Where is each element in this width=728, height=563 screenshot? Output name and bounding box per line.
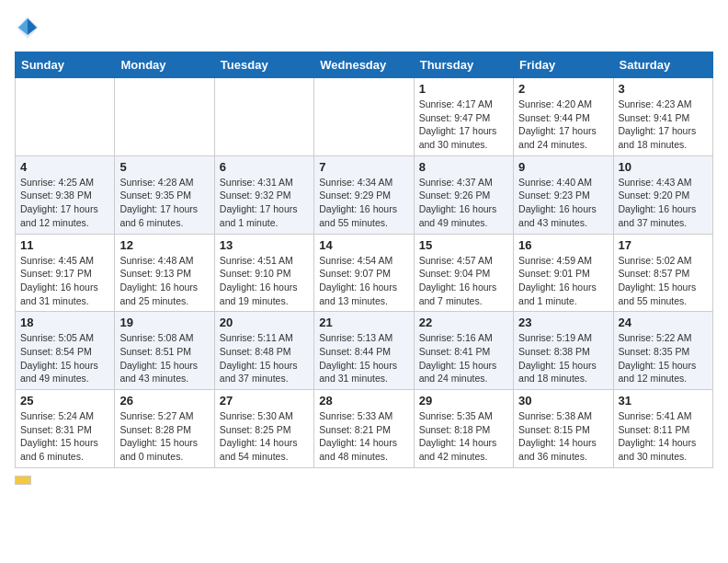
calendar-cell <box>115 78 214 156</box>
day-info: Sunrise: 5:22 AM Sunset: 8:35 PM Dayligh… <box>619 331 708 385</box>
day-info: Sunrise: 4:17 AM Sunset: 9:47 PM Dayligh… <box>419 98 508 152</box>
day-number: 4 <box>20 160 109 174</box>
day-number: 21 <box>319 316 408 329</box>
day-number: 6 <box>220 160 309 174</box>
day-number: 31 <box>619 394 708 408</box>
calendar-header-thursday: Thursday <box>414 52 513 78</box>
calendar-week-4: 18Sunrise: 5:05 AM Sunset: 8:54 PM Dayli… <box>16 312 713 390</box>
footer <box>15 476 713 485</box>
calendar-cell <box>16 78 115 156</box>
day-number: 18 <box>20 316 109 329</box>
day-info: Sunrise: 5:19 AM Sunset: 8:38 PM Dayligh… <box>518 331 608 385</box>
day-number: 8 <box>419 160 508 174</box>
calendar-cell: 28Sunrise: 5:33 AM Sunset: 8:21 PM Dayli… <box>314 390 414 468</box>
day-info: Sunrise: 4:40 AM Sunset: 9:23 PM Dayligh… <box>518 176 608 230</box>
calendar-cell: 4Sunrise: 4:25 AM Sunset: 9:38 PM Daylig… <box>16 155 115 234</box>
day-info: Sunrise: 4:59 AM Sunset: 9:01 PM Dayligh… <box>518 254 608 308</box>
day-info: Sunrise: 5:13 AM Sunset: 8:44 PM Dayligh… <box>319 331 408 385</box>
calendar: SundayMondayTuesdayWednesdayThursdayFrid… <box>15 52 713 468</box>
day-number: 27 <box>220 394 309 408</box>
calendar-cell <box>214 78 313 156</box>
day-number: 2 <box>518 82 608 96</box>
day-number: 19 <box>119 316 209 329</box>
day-number: 13 <box>220 238 309 252</box>
day-number: 24 <box>619 316 708 329</box>
calendar-cell: 6Sunrise: 4:31 AM Sunset: 9:32 PM Daylig… <box>214 155 313 234</box>
calendar-header-monday: Monday <box>115 52 214 78</box>
calendar-week-5: 25Sunrise: 5:24 AM Sunset: 8:31 PM Dayli… <box>16 390 713 468</box>
calendar-cell: 1Sunrise: 4:17 AM Sunset: 9:47 PM Daylig… <box>414 78 513 156</box>
calendar-cell: 9Sunrise: 4:40 AM Sunset: 9:23 PM Daylig… <box>514 155 613 234</box>
calendar-week-1: 1Sunrise: 4:17 AM Sunset: 9:47 PM Daylig… <box>16 78 713 156</box>
day-number: 10 <box>619 160 708 174</box>
calendar-cell: 5Sunrise: 4:28 AM Sunset: 9:35 PM Daylig… <box>115 155 214 234</box>
day-number: 1 <box>419 82 508 96</box>
calendar-cell: 8Sunrise: 4:37 AM Sunset: 9:26 PM Daylig… <box>414 155 513 234</box>
day-number: 14 <box>319 238 408 252</box>
day-number: 25 <box>20 394 109 408</box>
day-info: Sunrise: 5:16 AM Sunset: 8:41 PM Dayligh… <box>419 331 508 385</box>
day-number: 29 <box>419 394 508 408</box>
day-info: Sunrise: 4:23 AM Sunset: 9:41 PM Dayligh… <box>619 98 708 152</box>
day-info: Sunrise: 5:27 AM Sunset: 8:28 PM Dayligh… <box>119 409 209 464</box>
day-info: Sunrise: 5:33 AM Sunset: 8:21 PM Dayligh… <box>319 409 408 464</box>
calendar-cell: 12Sunrise: 4:48 AM Sunset: 9:13 PM Dayli… <box>115 234 214 312</box>
day-number: 22 <box>419 316 508 329</box>
logo-icon <box>15 15 40 40</box>
calendar-cell: 7Sunrise: 4:34 AM Sunset: 9:29 PM Daylig… <box>314 155 414 234</box>
day-number: 20 <box>220 316 309 329</box>
day-number: 7 <box>319 160 408 174</box>
calendar-cell: 29Sunrise: 5:35 AM Sunset: 8:18 PM Dayli… <box>414 390 513 468</box>
calendar-header-tuesday: Tuesday <box>214 52 313 78</box>
calendar-cell: 22Sunrise: 5:16 AM Sunset: 8:41 PM Dayli… <box>414 312 513 390</box>
calendar-header-saturday: Saturday <box>613 52 712 78</box>
day-info: Sunrise: 5:35 AM Sunset: 8:18 PM Dayligh… <box>419 409 508 464</box>
calendar-cell: 2Sunrise: 4:20 AM Sunset: 9:44 PM Daylig… <box>514 78 613 156</box>
day-info: Sunrise: 4:34 AM Sunset: 9:29 PM Dayligh… <box>319 176 408 230</box>
calendar-cell: 19Sunrise: 5:08 AM Sunset: 8:51 PM Dayli… <box>115 312 214 390</box>
logo <box>15 15 44 40</box>
day-number: 3 <box>619 82 708 96</box>
calendar-cell: 17Sunrise: 5:02 AM Sunset: 8:57 PM Dayli… <box>613 234 712 312</box>
calendar-week-3: 11Sunrise: 4:45 AM Sunset: 9:17 PM Dayli… <box>16 234 713 312</box>
calendar-cell: 13Sunrise: 4:51 AM Sunset: 9:10 PM Dayli… <box>214 234 313 312</box>
day-info: Sunrise: 5:30 AM Sunset: 8:25 PM Dayligh… <box>220 409 309 464</box>
day-info: Sunrise: 4:54 AM Sunset: 9:07 PM Dayligh… <box>319 254 408 308</box>
day-number: 5 <box>119 160 209 174</box>
day-info: Sunrise: 5:24 AM Sunset: 8:31 PM Dayligh… <box>20 409 109 464</box>
day-number: 9 <box>518 160 608 174</box>
daylight-bar-icon <box>15 476 31 485</box>
calendar-header-friday: Friday <box>514 52 613 78</box>
calendar-header-sunday: Sunday <box>16 52 115 78</box>
day-number: 17 <box>619 238 708 252</box>
day-info: Sunrise: 4:48 AM Sunset: 9:13 PM Dayligh… <box>119 254 209 308</box>
day-info: Sunrise: 5:05 AM Sunset: 8:54 PM Dayligh… <box>20 331 109 385</box>
calendar-cell: 10Sunrise: 4:43 AM Sunset: 9:20 PM Dayli… <box>613 155 712 234</box>
day-info: Sunrise: 4:31 AM Sunset: 9:32 PM Dayligh… <box>220 176 309 230</box>
day-info: Sunrise: 5:38 AM Sunset: 8:15 PM Dayligh… <box>518 409 608 464</box>
calendar-cell: 26Sunrise: 5:27 AM Sunset: 8:28 PM Dayli… <box>115 390 214 468</box>
day-number: 23 <box>518 316 608 329</box>
day-number: 30 <box>518 394 608 408</box>
calendar-cell: 25Sunrise: 5:24 AM Sunset: 8:31 PM Dayli… <box>16 390 115 468</box>
day-info: Sunrise: 5:41 AM Sunset: 8:11 PM Dayligh… <box>619 409 708 464</box>
calendar-cell: 20Sunrise: 5:11 AM Sunset: 8:48 PM Dayli… <box>214 312 313 390</box>
day-info: Sunrise: 5:02 AM Sunset: 8:57 PM Dayligh… <box>619 254 708 308</box>
calendar-header-row: SundayMondayTuesdayWednesdayThursdayFrid… <box>16 52 713 78</box>
calendar-cell: 31Sunrise: 5:41 AM Sunset: 8:11 PM Dayli… <box>613 390 712 468</box>
calendar-header-wednesday: Wednesday <box>314 52 414 78</box>
calendar-cell <box>314 78 414 156</box>
day-info: Sunrise: 4:57 AM Sunset: 9:04 PM Dayligh… <box>419 254 508 308</box>
day-info: Sunrise: 4:25 AM Sunset: 9:38 PM Dayligh… <box>20 176 109 230</box>
day-info: Sunrise: 4:37 AM Sunset: 9:26 PM Dayligh… <box>419 176 508 230</box>
calendar-cell: 14Sunrise: 4:54 AM Sunset: 9:07 PM Dayli… <box>314 234 414 312</box>
calendar-cell: 15Sunrise: 4:57 AM Sunset: 9:04 PM Dayli… <box>414 234 513 312</box>
header <box>15 15 713 40</box>
day-number: 12 <box>119 238 209 252</box>
calendar-week-2: 4Sunrise: 4:25 AM Sunset: 9:38 PM Daylig… <box>16 155 713 234</box>
calendar-cell: 18Sunrise: 5:05 AM Sunset: 8:54 PM Dayli… <box>16 312 115 390</box>
calendar-cell: 23Sunrise: 5:19 AM Sunset: 8:38 PM Dayli… <box>514 312 613 390</box>
day-number: 26 <box>119 394 209 408</box>
calendar-cell: 21Sunrise: 5:13 AM Sunset: 8:44 PM Dayli… <box>314 312 414 390</box>
day-number: 11 <box>20 238 109 252</box>
